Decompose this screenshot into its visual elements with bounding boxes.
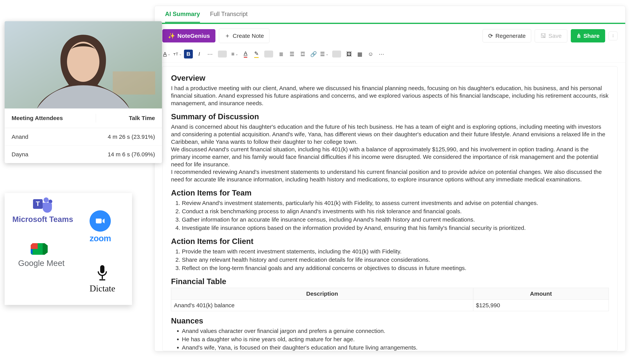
- italic-button[interactable]: I: [195, 50, 204, 58]
- overview-heading: Overview: [171, 74, 609, 82]
- save-icon: 🖫: [540, 32, 546, 39]
- link-button[interactable]: 🔗: [309, 50, 318, 58]
- financial-table: Description Amount Anand's 401(k) balanc…: [171, 288, 609, 311]
- fin-amount: $125,990: [473, 300, 609, 311]
- create-note-button[interactable]: ＋ Create Note: [219, 28, 270, 43]
- tab-ai-summary[interactable]: AI Summary: [165, 10, 200, 22]
- microphone-icon: [90, 264, 115, 282]
- list-item: Anand values character over financial ja…: [182, 327, 609, 335]
- document-editor[interactable]: Overview I had a productive meeting with…: [162, 66, 618, 351]
- toolbar-separator: [218, 50, 227, 58]
- overview-text: I had a productive meeting with our clie…: [171, 84, 609, 107]
- fin-th-description: Description: [171, 288, 473, 300]
- magic-wand-icon: ✨: [168, 32, 175, 39]
- create-note-label: Create Note: [232, 32, 264, 39]
- header-divider: [96, 114, 96, 122]
- share-icon: ⋔: [576, 32, 581, 39]
- attendees-label: Meeting Attendees: [12, 115, 63, 122]
- svg-point-6: [44, 198, 49, 202]
- attendee-name: Dayna: [12, 151, 28, 158]
- nuances-heading: Nuances: [171, 316, 609, 325]
- summary-text-3: I recommended reviewing Anand's investme…: [171, 168, 609, 183]
- kebab-icon: ⋮: [612, 34, 614, 38]
- integration-dictate[interactable]: Dictate: [90, 264, 115, 294]
- image-button[interactable]: 🖼: [344, 50, 354, 58]
- regenerate-button[interactable]: ⟳ Regenerate: [482, 29, 531, 42]
- integration-teams[interactable]: T Microsoft Teams: [12, 195, 73, 224]
- talk-time-label: Talk Time: [129, 115, 155, 122]
- font-size-dropdown[interactable]: ᴛT: [173, 50, 182, 58]
- list-item: Reflect on the long-term financial goals…: [182, 264, 609, 272]
- teams-label: Microsoft Teams: [12, 215, 73, 224]
- list-item: Provide the team with recent investment …: [182, 248, 609, 255]
- regenerate-label: Regenerate: [495, 32, 526, 39]
- attendee-talk-time: 4 m 26 s (23.91%): [108, 134, 155, 140]
- numbered-list-button[interactable]: ☰: [288, 50, 296, 58]
- svg-rect-8: [100, 265, 104, 273]
- save-button[interactable]: 🖫 Save: [535, 29, 567, 42]
- toolbar-separator: [332, 50, 341, 58]
- google-meet-icon: [18, 241, 64, 258]
- integration-zoom[interactable]: zoom: [90, 210, 111, 243]
- action-bar: ✨ NoteGenius ＋ Create Note ⟳ Regenerate …: [154, 24, 625, 48]
- toolbar-separator: [264, 50, 273, 58]
- fin-description: Anand's 401(k) balance: [171, 300, 473, 311]
- tab-bar: AI Summary Full Transcript: [154, 6, 625, 23]
- checklist-button[interactable]: ☲: [298, 50, 307, 58]
- emoji-button[interactable]: ☺: [366, 50, 375, 58]
- summary-heading: Summary of Discussion: [171, 112, 609, 121]
- financial-table-heading: Financial Table: [171, 277, 609, 286]
- integration-google-meet[interactable]: Google Meet: [18, 241, 64, 268]
- list-item: Investigate life insurance options based…: [182, 224, 609, 232]
- list-item: Conduct a risk benchmarking process to a…: [182, 208, 609, 215]
- attendee-table-header: Meeting Attendees Talk Time: [5, 108, 162, 128]
- attendee-card: Meeting Attendees Talk Time Anand 4 m 26…: [5, 21, 162, 163]
- list-item: Gather information for an accurate life …: [182, 216, 609, 223]
- bold-button[interactable]: B: [184, 50, 193, 58]
- align-dropdown[interactable]: ≡: [230, 50, 239, 58]
- team-actions-heading: Action Items for Team: [171, 188, 609, 197]
- team-actions-list: Review Anand's investment statements, pa…: [171, 199, 609, 232]
- more-insert-button[interactable]: ⋯: [377, 50, 386, 58]
- svg-rect-2: [113, 72, 155, 94]
- table-button[interactable]: ▦: [355, 50, 364, 58]
- table-row: Anand's 401(k) balance $125,990: [171, 300, 609, 311]
- client-actions-heading: Action Items for Client: [171, 237, 609, 246]
- share-label: Share: [584, 32, 600, 39]
- notegenius-button[interactable]: ✨ NoteGenius: [162, 29, 216, 42]
- list-item: Anand's wife, Yana, is focused on their …: [182, 344, 609, 351]
- svg-text:T: T: [36, 200, 40, 207]
- attendee-name: Anand: [12, 134, 28, 140]
- text-color-button[interactable]: A: [241, 50, 250, 58]
- more-actions-button[interactable]: ⋮: [608, 32, 618, 40]
- share-button[interactable]: ⋔ Share: [571, 29, 605, 42]
- attendee-photo: [5, 21, 162, 108]
- integrations-panel: T Microsoft Teams zoom Google Meet Dicta…: [5, 193, 132, 305]
- attendee-row: Dayna 14 m 6 s (76.09%): [5, 146, 162, 163]
- list-item: Share any relevant health history and cu…: [182, 256, 609, 264]
- plus-icon: ＋: [224, 32, 230, 40]
- format-toolbar: A ᴛT B I ⋯ ≡ A ✎ ≣ ☰ ☲ 🔗 ☰ 🖼 ▦ ☺ ⋯: [154, 48, 625, 62]
- google-meet-label: Google Meet: [18, 258, 64, 268]
- zoom-icon: [90, 210, 111, 232]
- summary-text-1: Anand is concerned about his daughter's …: [171, 123, 609, 146]
- indent-dropdown[interactable]: ☰: [320, 50, 329, 58]
- list-item: He has a daughter who is nine years old,…: [182, 336, 609, 343]
- tab-full-transcript[interactable]: Full Transcript: [210, 10, 248, 22]
- teams-icon: T: [12, 195, 73, 215]
- font-style-dropdown[interactable]: A: [162, 50, 171, 58]
- save-label: Save: [548, 32, 562, 39]
- nuances-list: Anand values character over financial ja…: [171, 327, 609, 351]
- refresh-icon: ⟳: [488, 32, 493, 39]
- highlight-color-button[interactable]: ✎: [252, 50, 261, 58]
- svg-point-3: [67, 42, 100, 82]
- dictate-label: Dictate: [90, 283, 115, 294]
- zoom-label: zoom: [90, 234, 111, 243]
- client-actions-list: Provide the team with recent investment …: [171, 248, 609, 272]
- attendee-talk-time: 14 m 6 s (76.09%): [108, 151, 155, 158]
- more-text-format-button[interactable]: ⋯: [206, 50, 214, 58]
- fin-th-amount: Amount: [473, 288, 609, 300]
- summary-text-2: We discussed Anand's current financial s…: [171, 146, 609, 168]
- attendee-row: Anand 4 m 26 s (23.91%): [5, 128, 162, 146]
- bullet-list-button[interactable]: ≣: [276, 50, 286, 58]
